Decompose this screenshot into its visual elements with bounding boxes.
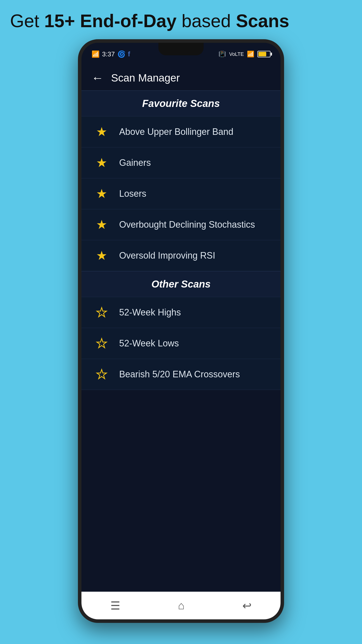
signal-icon: 📶: [92, 50, 100, 58]
status-right: 📳 VoLTE 📶: [218, 51, 270, 58]
star-outline-icon: ★: [94, 306, 109, 319]
data-icon: 🌀: [117, 50, 125, 58]
list-item[interactable]: ★ Gainers: [81, 147, 281, 178]
back-nav-icon[interactable]: ↩: [242, 599, 252, 612]
top-headline: Get 15+ End-of-Day based Scans: [0, 0, 362, 39]
star-outline-icon: ★: [94, 337, 109, 350]
menu-nav-icon[interactable]: ☰: [110, 599, 120, 612]
status-left: 📶 3:37 🌀 f: [92, 50, 130, 58]
star-filled-icon: ★: [94, 187, 109, 200]
volte-icon: VoLTE: [229, 51, 244, 57]
scan-label: 52-Week Lows: [119, 338, 179, 349]
favourite-scans-title: Favourite Scans: [142, 98, 220, 109]
headline-text: Get 15+ End-of-Day based Scans: [10, 11, 289, 31]
side-button-power: [282, 123, 284, 153]
list-item[interactable]: ★ Bearish 5/20 EMA Crossovers: [81, 359, 281, 390]
vibrate-icon: 📳: [218, 51, 226, 58]
app-header: ← Scan Manager: [81, 65, 281, 91]
list-item[interactable]: ★ Above Upper Bollinger Band: [81, 116, 281, 147]
battery-icon: [257, 51, 270, 57]
other-scans-title: Other Scans: [151, 278, 211, 290]
phone-notch: [158, 43, 204, 55]
star-filled-icon: ★: [94, 126, 109, 138]
scan-label: Oversold Improving RSI: [119, 250, 215, 261]
fb-icon: f: [128, 50, 130, 58]
side-button-volume: [78, 113, 80, 133]
home-nav-icon[interactable]: ⌂: [178, 599, 185, 612]
phone-device: 📶 3:37 🌀 f 📳 VoLTE 📶 ← Scan Manager Favo…: [78, 39, 284, 623]
list-item[interactable]: ★ Oversold Improving RSI: [81, 240, 281, 271]
list-item[interactable]: ★ 52-Week Lows: [81, 328, 281, 359]
list-item[interactable]: ★ Losers: [81, 178, 281, 209]
list-item[interactable]: ★ 52-Week Highs: [81, 297, 281, 328]
scan-label: Bearish 5/20 EMA Crossovers: [119, 369, 240, 380]
time-display: 3:37: [102, 50, 115, 58]
headline-bold2: Scans: [236, 11, 289, 31]
scan-label: Gainers: [119, 157, 151, 168]
scan-label: Overbought Declining Stochastics: [119, 219, 255, 230]
favourite-scans-header: Favourite Scans: [81, 91, 281, 116]
other-scans-list: ★ 52-Week Highs ★ 52-Week Lows ★ Bearish…: [81, 297, 281, 390]
back-button[interactable]: ←: [92, 71, 104, 85]
app-screen: ← Scan Manager Favourite Scans ★ Above U…: [81, 65, 281, 619]
status-bar: 📶 3:37 🌀 f 📳 VoLTE 📶: [81, 43, 281, 65]
favourite-scans-list: ★ Above Upper Bollinger Band ★ Gainers ★…: [81, 116, 281, 271]
scan-label: Losers: [119, 188, 146, 199]
star-filled-icon: ★: [94, 249, 109, 262]
wifi-icon: 📶: [247, 51, 254, 58]
page-title: Scan Manager: [111, 72, 180, 84]
scan-label: Above Upper Bollinger Band: [119, 127, 233, 137]
battery-fill: [258, 52, 266, 56]
star-outline-icon: ★: [94, 368, 109, 381]
star-filled-icon: ★: [94, 156, 109, 169]
other-scans-header: Other Scans: [81, 271, 281, 297]
scan-label: 52-Week Highs: [119, 307, 181, 318]
bottom-navigation: ☰ ⌂ ↩: [81, 592, 281, 619]
headline-bold1: 15+ End-of-Day: [44, 11, 176, 31]
star-filled-icon: ★: [94, 218, 109, 231]
list-item[interactable]: ★ Overbought Declining Stochastics: [81, 209, 281, 240]
